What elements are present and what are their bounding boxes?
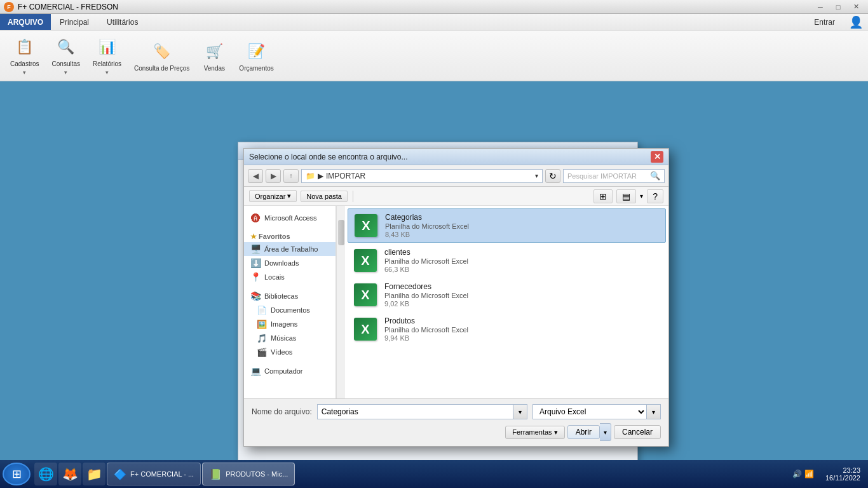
file-dialog-title-text: Selecione o local onde se encontra o arq… (249, 152, 408, 161)
clock-date: 16/11/2022 (825, 474, 860, 482)
categorias-type: Planilha do Microsoft Excel (385, 222, 469, 230)
taskbar-ie-icon[interactable]: 🌐 (34, 463, 57, 485)
filetype-dropdown[interactable]: ▾ (647, 404, 661, 419)
nav-panel: 🅐 Microsoft Access ★ Favoritos 🖥️ Área d… (244, 206, 336, 398)
help-button[interactable]: ? (647, 189, 663, 203)
cancelar-button[interactable]: Cancelar (614, 425, 661, 439)
file-main-area: 🅐 Microsoft Access ★ Favoritos 🖥️ Área d… (244, 206, 668, 398)
organizar-button[interactable]: Organizar ▾ (249, 190, 297, 202)
toolbar-cadastros[interactable]: 📋 Cadastros ▾ (6, 33, 43, 78)
address-bar: ◀ ▶ ↑ 📁 ▶ IMPORTAR ▾ ↻ Pesquisar IMPORTA… (244, 165, 668, 187)
categorias-size: 8,43 KB (385, 231, 469, 238)
nova-pasta-button[interactable]: Nova pasta (301, 191, 348, 202)
nav-area-trabalho[interactable]: 🖥️ Área de Trabalho (244, 242, 336, 256)
nav-imagens[interactable]: 🖼️ Imagens (244, 317, 336, 331)
clientes-type: Planilha do Microsoft Excel (384, 257, 468, 265)
nav-downloads[interactable]: ⬇️ Downloads (244, 256, 336, 270)
tray-volume-icon[interactable]: 🔊 (792, 470, 802, 478)
minimize-button[interactable]: ─ (812, 2, 829, 12)
menu-entrar[interactable]: Entrar (805, 14, 844, 30)
taskbar-app-excel[interactable]: 📗 PRODUTOS - Mic... (202, 463, 295, 485)
menu-arquivo[interactable]: ARQUIVO (0, 14, 51, 30)
ferramentas-button[interactable]: Ferramentas ▾ (505, 426, 564, 439)
address-path[interactable]: 📁 ▶ IMPORTAR ▾ (301, 169, 543, 183)
main-toolbar: 📋 Cadastros ▾ 🔍 Consultas ▾ 📊 Relatórios… (0, 30, 868, 81)
title-bar: F F+ COMERCIAL - FREDSON ─ □ ✕ (0, 0, 868, 14)
taskbar-explorer-icon[interactable]: 📁 (83, 463, 105, 485)
consulta-precos-icon: 🏷️ (151, 40, 173, 63)
taskbar-app-fcomercial[interactable]: 🔷 F+ COMERCIAL - ... (107, 463, 201, 485)
nav-locais[interactable]: 📍 Locais (244, 270, 336, 284)
file-second-toolbar: Organizar ▾ Nova pasta ⊞ ▤ ▾ ? (244, 187, 668, 206)
abrir-button[interactable]: Abrir (567, 425, 600, 439)
filename-row: Nome do arquivo: ▾ Arquivo Excel ▾ (252, 404, 661, 419)
toolbar-relatorios[interactable]: 📊 Relatórios ▾ (89, 33, 125, 78)
close-button[interactable]: ✕ (848, 2, 864, 12)
path-dropdown[interactable]: ▾ (535, 172, 538, 179)
menu-utilitarios[interactable]: Utilitários (98, 14, 147, 30)
produtos-info: Produtos Planilha do Microsoft Excel 9,9… (384, 316, 468, 342)
fornecedores-icon: X (353, 282, 378, 308)
toolbar-orcamentos[interactable]: 📝 Orçamentos (235, 37, 277, 74)
file-item-fornecedores[interactable]: X Fornecedores Planilha do Microsoft Exc… (348, 278, 666, 311)
toolbar-vendas[interactable]: 🛒 Vendas (198, 37, 230, 74)
nav-microsoft-access[interactable]: 🅐 Microsoft Access (244, 211, 336, 225)
nav-computador[interactable]: 💻 Computador (244, 364, 336, 378)
ferramentas-dropdown-icon: ▾ (554, 428, 558, 437)
view-list-button[interactable]: ▤ (616, 189, 636, 203)
scrollbar-thumb (338, 220, 344, 245)
abrir-dropdown-button[interactable]: ▾ (600, 423, 611, 441)
nav-musicas[interactable]: 🎵 Músicas (244, 331, 336, 345)
toolbar-consultas[interactable]: 🔍 Consultas ▾ (48, 33, 84, 78)
desktop-icon: 🖥️ (250, 244, 261, 254)
user-icon[interactable]: 👤 (844, 14, 868, 30)
nav-scrollbar[interactable] (336, 206, 345, 398)
toolbar-consulta-precos[interactable]: 🏷️ Consulta de Preços (130, 37, 193, 74)
file-item-clientes[interactable]: X clientes Planilha do Microsoft Excel 6… (348, 244, 666, 277)
file-bottom-bar: Nome do arquivo: ▾ Arquivo Excel ▾ Ferra… (244, 398, 668, 446)
view-details-button[interactable]: ⊞ (593, 189, 613, 203)
start-button[interactable]: ⊞ (3, 463, 31, 485)
file-list: X Categorias Planilha do Microsoft Excel… (345, 206, 668, 398)
main-area: IMPORTAR DADOS Selecione o local onde se… (0, 81, 868, 460)
filename-input[interactable] (317, 404, 513, 419)
file-item-produtos[interactable]: X Produtos Planilha do Microsoft Excel 9… (348, 313, 666, 346)
action-row: Ferramentas ▾ Abrir ▾ Cancelar (252, 423, 661, 441)
cadastros-icon: 📋 (13, 36, 36, 58)
search-box[interactable]: Pesquisar IMPORTAR 🔍 (563, 169, 665, 183)
clientes-info: clientes Planilha do Microsoft Excel 66,… (384, 248, 468, 273)
consultas-label: Consultas (52, 60, 80, 67)
forward-button[interactable]: ▶ (266, 169, 281, 183)
up-button[interactable]: ↑ (283, 169, 299, 183)
file-item-categorias[interactable]: X Categorias Planilha do Microsoft Excel… (348, 208, 666, 243)
locais-icon: 📍 (250, 272, 261, 282)
vendas-label: Vendas (204, 65, 225, 72)
toolbar-dropdown-icon[interactable]: ▾ (640, 193, 643, 200)
back-button[interactable]: ◀ (248, 169, 263, 183)
maximize-button[interactable]: □ (830, 2, 846, 12)
toolbar-separator (353, 191, 353, 202)
filename-dropdown[interactable]: ▾ (513, 404, 527, 419)
search-placeholder: Pesquisar IMPORTAR (567, 172, 637, 180)
taskbar-firefox-icon[interactable]: 🦊 (58, 463, 81, 485)
menu-principal[interactable]: Principal (51, 14, 98, 30)
tray-network-icon[interactable]: 📶 (804, 470, 814, 478)
nav-documentos[interactable]: 📄 Documentos (244, 303, 336, 317)
taskbar-clock: 23:23 16/11/2022 (820, 466, 865, 482)
excel-app-label: PRODUTOS - Mic... (226, 470, 288, 478)
fornecedores-name: Fornecedores (384, 282, 468, 291)
filename-label: Nome do arquivo: (252, 407, 312, 416)
clock-time: 23:23 (843, 466, 860, 474)
nav-videos[interactable]: 🎬 Vídeos (244, 345, 336, 359)
file-dialog-close-button[interactable]: ✕ (651, 151, 663, 163)
clientes-size: 66,3 KB (384, 266, 468, 273)
produtos-icon: X (353, 316, 378, 342)
fornecedores-size: 9,02 KB (384, 300, 468, 308)
path-separator: ▶ (318, 172, 323, 180)
fcomercial-app-icon: 🔷 (114, 468, 126, 480)
app-title: F+ COMERCIAL - FREDSON (18, 3, 118, 11)
orcamentos-label: Orçamentos (239, 65, 273, 72)
nav-bibliotecas-header[interactable]: 📚 Bibliotecas (244, 289, 336, 303)
refresh-button[interactable]: ↻ (545, 169, 560, 183)
filetype-select[interactable]: Arquivo Excel (532, 404, 647, 419)
